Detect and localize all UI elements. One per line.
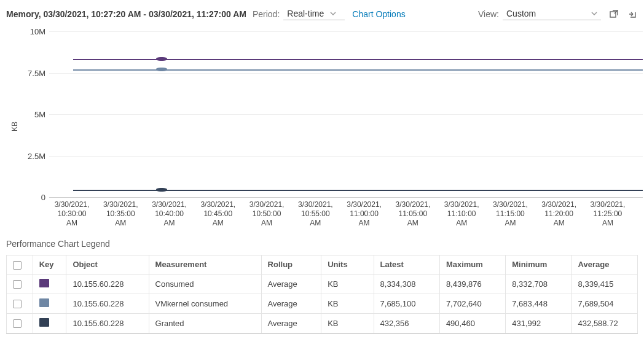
x-tick-label: 3/30/2021,10:50:00AM [244, 200, 289, 228]
gridline [49, 31, 643, 32]
series-bump [156, 57, 167, 61]
y-tick-label: 5M [15, 110, 45, 119]
cell-units: KB [321, 313, 374, 333]
x-tick-label: 3/30/2021,11:25:00AM [585, 200, 630, 228]
col-object[interactable]: Object [66, 255, 149, 275]
col-rollup[interactable]: Rollup [261, 255, 321, 275]
y-tick-label: 2.5M [15, 151, 45, 160]
chart-plot: 02.5M5M7.5M10M [49, 31, 643, 197]
col-latest[interactable]: Latest [374, 255, 439, 275]
detach-icon[interactable] [608, 9, 619, 20]
cell-average: 7,689,504 [571, 294, 637, 313]
chart-options-link[interactable]: Chart Options [352, 9, 405, 19]
row-checkbox[interactable] [13, 319, 22, 328]
y-tick-label: 10M [15, 27, 45, 36]
cell-rollup: Average [261, 294, 321, 313]
legend-title: Performance Chart Legend [6, 239, 638, 249]
cell-average: 432,588.72 [571, 313, 637, 333]
y-tick-label: 7.5M [15, 68, 45, 77]
x-tick-label: 3/30/2021,10:40:00AM [147, 200, 192, 228]
chart-title: Memory, 03/30/2021, 10:27:20 AM - 03/30/… [6, 9, 246, 19]
cell-rollup: Average [261, 274, 321, 294]
color-swatch [39, 318, 49, 327]
cell-latest: 8,334,308 [374, 274, 439, 294]
cell-minimum: 431,992 [506, 313, 571, 333]
col-average[interactable]: Average [571, 255, 637, 275]
table-row[interactable]: 10.155.60.228GrantedAverageKB432,356490,… [7, 313, 638, 333]
x-tick-label: 3/30/2021,10:35:00AM [98, 200, 143, 228]
gridline [49, 156, 643, 157]
col-maximum[interactable]: Maximum [439, 255, 505, 275]
export-icon[interactable] [627, 9, 638, 20]
chart-area: KB 02.5M5M7.5M10M 3/30/2021,10:30:00AM3/… [6, 25, 638, 228]
x-tick-label: 3/30/2021,10:55:00AM [293, 200, 338, 228]
cell-measurement: Granted [149, 313, 261, 333]
cell-latest: 432,356 [374, 313, 439, 333]
series-bump [156, 188, 167, 192]
cell-latest: 7,685,100 [374, 294, 439, 313]
y-axis-unit: KB [10, 122, 19, 131]
cell-maximum: 8,439,876 [439, 274, 505, 294]
x-tick-label: 3/30/2021,11:10:00AM [439, 200, 484, 228]
gridline [49, 114, 643, 115]
cell-units: KB [321, 274, 374, 294]
x-tick-label: 3/30/2021,10:30:00AM [49, 200, 95, 228]
period-label: Period: [253, 9, 280, 19]
chevron-down-icon [591, 12, 597, 15]
col-measurement[interactable]: Measurement [149, 255, 261, 275]
cell-units: KB [321, 294, 374, 313]
period-dropdown[interactable]: Real-time [283, 7, 345, 20]
row-checkbox[interactable] [13, 300, 22, 308]
x-tick-label: 3/30/2021,11:00:00AM [342, 200, 387, 228]
view-dropdown[interactable]: Custom [503, 7, 601, 20]
period-value: Real-time [287, 9, 324, 18]
cell-object: 10.155.60.228 [66, 274, 149, 294]
legend-header-row: Key Object Measurement Rollup Units Late… [7, 255, 638, 275]
table-row[interactable]: 10.155.60.228ConsumedAverageKB8,334,3088… [7, 274, 638, 294]
legend-table: Key Object Measurement Rollup Units Late… [6, 255, 638, 334]
view-label: View: [478, 9, 499, 19]
cell-rollup: Average [261, 313, 321, 333]
cell-object: 10.155.60.228 [66, 313, 149, 333]
color-swatch [39, 298, 49, 307]
gridline [49, 73, 643, 74]
cell-measurement: VMkernel consumed [149, 294, 261, 313]
chevron-down-icon [330, 12, 336, 15]
top-bar: Memory, 03/30/2021, 10:27:20 AM - 03/30/… [6, 5, 638, 25]
x-tick-label: 3/30/2021,10:45:00AM [195, 200, 241, 228]
col-minimum[interactable]: Minimum [506, 255, 571, 275]
svg-rect-0 [610, 12, 616, 17]
cell-maximum: 490,460 [439, 313, 505, 333]
cell-average: 8,339,415 [571, 274, 637, 294]
cell-measurement: Consumed [149, 274, 261, 294]
cell-minimum: 8,332,708 [506, 274, 571, 294]
view-value: Custom [506, 9, 536, 18]
y-tick-label: 0 [15, 193, 45, 202]
row-checkbox[interactable] [13, 280, 22, 289]
series-bump [156, 68, 167, 71]
gridline [49, 197, 643, 198]
table-row[interactable]: 10.155.60.228VMkernel consumedAverageKB7… [7, 294, 638, 313]
x-tick-label: 3/30/2021,11:20:00AM [536, 200, 582, 228]
cell-minimum: 7,683,448 [506, 294, 571, 313]
cell-maximum: 7,702,640 [439, 294, 505, 313]
x-tick-label: 3/30/2021,11:05:00AM [390, 200, 436, 228]
select-all-checkbox[interactable] [13, 261, 22, 270]
col-units[interactable]: Units [321, 255, 374, 275]
x-axis: 3/30/2021,10:30:00AM3/30/2021,10:35:00AM… [49, 200, 630, 228]
color-swatch [39, 279, 49, 287]
cell-object: 10.155.60.228 [66, 294, 149, 313]
col-key[interactable]: Key [33, 255, 66, 275]
x-tick-label: 3/30/2021,11:15:00AM [487, 200, 533, 228]
